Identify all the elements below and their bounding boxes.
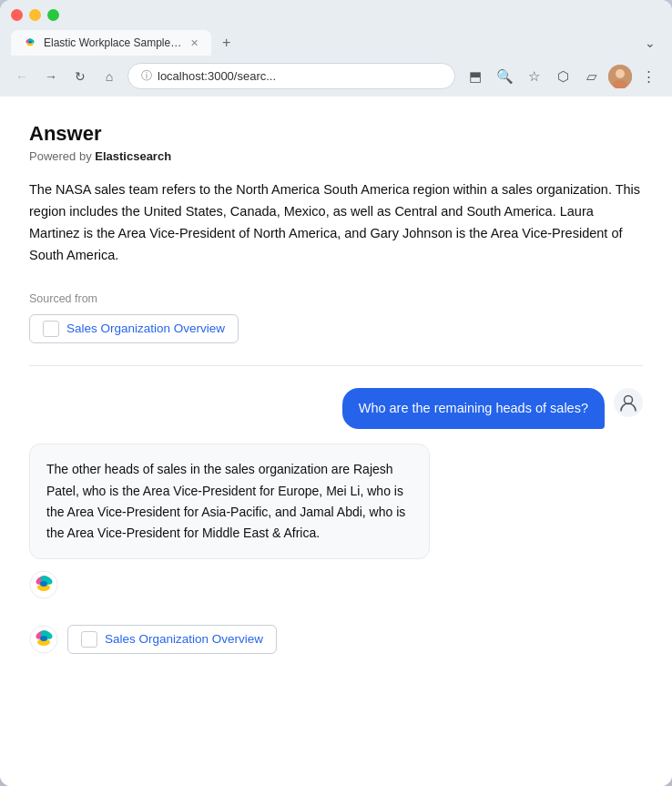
svg-point-4 (28, 41, 32, 44)
more-options-icon[interactable]: ⋮ (636, 64, 661, 89)
browser-chrome: Elastic Workplace Sample Ap... ✕ + ⌄ (0, 0, 672, 56)
divider (29, 365, 643, 366)
assistant-icon-row (29, 570, 643, 599)
tab-close-icon[interactable]: ✕ (190, 37, 199, 49)
svg-point-6 (616, 69, 625, 78)
minimize-button[interactable] (29, 9, 41, 21)
user-message-row: Who are the remaining heads of sales? (29, 388, 643, 430)
assistant-message-row: The other heads of sales in the sales or… (29, 444, 643, 598)
back-button[interactable]: ← (11, 66, 33, 87)
home-button[interactable]: ⌂ (98, 66, 120, 87)
user-message-text: Who are the remaining heads of sales? (359, 401, 588, 415)
maximize-button[interactable] (47, 9, 59, 21)
user-icon (618, 393, 638, 413)
assistant-response-text: The other heads of sales in the sales or… (46, 462, 405, 539)
user-avatar (614, 388, 643, 417)
powered-by-brand: Elasticsearch (95, 149, 171, 163)
address-bar-row: ← → ↻ ⌂ ⓘ localhost:3000/searc... ⬒ 🔍 ☆ … (0, 56, 672, 97)
source-chip-1-label: Sales Organization Overview (66, 322, 225, 335)
tab-bar: Elastic Workplace Sample Ap... ✕ + ⌄ (11, 30, 661, 56)
zoom-icon[interactable]: 🔍 (492, 64, 517, 89)
svg-point-8 (625, 395, 633, 403)
sidebar-icon[interactable]: ▱ (579, 64, 605, 89)
new-tab-button[interactable]: + (215, 31, 238, 55)
source-chip-2[interactable]: Sales Organization Overview (67, 625, 277, 654)
source-chip-1[interactable]: Sales Organization Overview (29, 314, 239, 343)
svg-point-18 (40, 636, 47, 641)
assistant-bubble: The other heads of sales in the sales or… (29, 444, 430, 558)
profile-avatar[interactable] (608, 65, 632, 88)
source-doc-icon-2 (81, 631, 97, 648)
reload-button[interactable]: ↻ (69, 66, 91, 87)
user-message-bubble: Who are the remaining heads of sales? (342, 388, 605, 430)
toolbar-icons: ⬒ 🔍 ☆ ⬡ ▱ ⋮ (463, 64, 661, 89)
powered-by: Powered by Elasticsearch (29, 149, 643, 163)
assistant-message-container: The other heads of sales in the sales or… (29, 444, 643, 598)
page-content: Answer Powered by Elasticsearch The NASA… (0, 97, 672, 786)
bookmark-icon[interactable]: ☆ (521, 64, 546, 89)
browser-menu-button[interactable]: ⌄ (639, 32, 661, 54)
source-chip-2-label: Sales Organization Overview (105, 632, 263, 646)
source-row-2: Sales Organization Overview (29, 625, 643, 654)
answer-body: The NASA sales team refers to the North … (29, 179, 643, 267)
answer-title: Answer (29, 122, 643, 146)
svg-point-13 (40, 581, 47, 587)
lock-icon: ⓘ (141, 68, 152, 84)
active-tab[interactable]: Elastic Workplace Sample Ap... ✕ (11, 30, 211, 56)
elastic-source-icon (29, 625, 58, 654)
avatar-image (608, 65, 632, 88)
extensions-icon[interactable]: ⬡ (550, 64, 575, 89)
tab-favicon-icon (24, 36, 36, 49)
browser-window: Elastic Workplace Sample Ap... ✕ + ⌄ ← →… (0, 0, 672, 786)
screen-cast-icon[interactable]: ⬒ (463, 64, 488, 89)
chat-area: Who are the remaining heads of sales? Th… (29, 388, 643, 654)
sourced-from-label: Sourced from (29, 292, 643, 305)
elastic-logo-icon (29, 570, 58, 599)
address-text: localhost:3000/searc... (158, 69, 442, 83)
source-doc-icon (43, 321, 59, 337)
forward-button[interactable]: → (40, 66, 62, 87)
close-button[interactable] (11, 9, 23, 21)
traffic-lights (11, 9, 661, 21)
tab-title: Elastic Workplace Sample Ap... (44, 36, 183, 49)
address-bar[interactable]: ⓘ localhost:3000/searc... (127, 63, 455, 89)
